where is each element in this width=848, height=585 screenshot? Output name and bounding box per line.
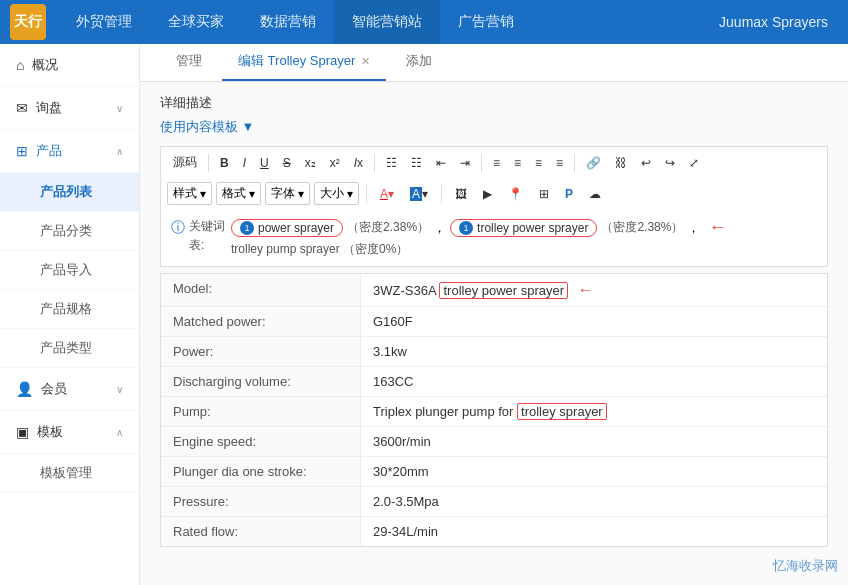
font-color-btn[interactable]: A▾ (374, 184, 400, 204)
undo-btn[interactable]: ↩ (635, 153, 657, 173)
style-arrow-icon: ▾ (200, 187, 206, 201)
watermark: 忆海收录网 (773, 557, 838, 575)
tab-add[interactable]: 添加 (390, 44, 448, 81)
sidebar-sub-product-import[interactable]: 产品导入 (0, 251, 139, 290)
italic-btn[interactable]: I (237, 153, 252, 173)
keyword-line-2: trolley pump sprayer （密度0%） (231, 241, 817, 258)
tab-edit-trolley[interactable]: 编辑 Trolley Sprayer ✕ (222, 44, 386, 81)
align-center-btn[interactable]: ≡ (508, 153, 527, 173)
spec-key-model: Model: (161, 274, 361, 306)
map-btn[interactable]: 📍 (502, 184, 529, 204)
editor-toolbar-row2: 样式 ▾ 格式 ▾ 字体 ▾ 大小 ▾ A▾ (160, 178, 828, 209)
spec-key-discharge: Discharging volume: (161, 367, 361, 396)
product-icon: ⊞ (16, 143, 28, 159)
format-dropdown[interactable]: 格式 ▾ (216, 182, 261, 205)
sep4 (574, 154, 575, 172)
keyword-content: 1 power sprayer （密度2.38%） ， 1 trolley po… (231, 217, 817, 258)
outdent-btn[interactable]: ⇤ (430, 153, 452, 173)
font-color-a: A▾ (380, 187, 394, 201)
keyword-density-2: （密度2.38%） (601, 219, 683, 236)
cloud-btn[interactable]: ☁ (583, 184, 607, 204)
spec-val-model: 3WZ-S36A trolley power sprayer ← (361, 274, 827, 306)
red-arrow-model: ← (578, 281, 594, 298)
sidebar-sub-product-spec[interactable]: 产品规格 (0, 290, 139, 329)
underline-btn[interactable]: U (254, 153, 275, 173)
ol-btn[interactable]: ☷ (380, 153, 403, 173)
spec-val-pressure: 2.0-3.5Mpa (361, 487, 827, 516)
clear-format-btn[interactable]: Ix (348, 153, 369, 173)
spec-val-power-matched: G160F (361, 307, 827, 336)
spec-key-power: Power: (161, 337, 361, 366)
link-btn[interactable]: 🔗 (580, 153, 607, 173)
font-dropdown[interactable]: 字体 ▾ (265, 182, 310, 205)
spec-highlight-pump: trolley sprayer (517, 403, 607, 420)
tab-close-button[interactable]: ✕ (361, 55, 370, 68)
superscript-btn[interactable]: x² (324, 153, 346, 173)
sidebar-item-template[interactable]: ▣ 模板 ∧ (0, 411, 139, 454)
keyword-info-icon: ⓘ (171, 219, 185, 237)
inquiry-arrow: ∨ (116, 103, 123, 114)
size-arrow-icon: ▾ (347, 187, 353, 201)
video-btn[interactable]: ▶ (477, 184, 498, 204)
keyword-text-2: trolley power sprayer (477, 221, 588, 235)
sidebar-sub-template-mgmt[interactable]: 模板管理 (0, 454, 139, 493)
keyword-sep: ， (433, 219, 446, 237)
table-row: Plunger dia one stroke: 30*20mm (161, 457, 827, 487)
bold-btn[interactable]: B (214, 153, 235, 173)
sidebar-item-member[interactable]: 👤 会员 ∨ (0, 368, 139, 411)
nav-item-datamkt[interactable]: 数据营销 (242, 0, 334, 44)
body-layout: ⌂ 概况 ✉ 询盘 ∨ ⊞ 产品 ∧ 产品列表 产品分类 产品导入 (0, 44, 848, 585)
bg-color-a: A▾ (410, 187, 428, 201)
align-justify-btn[interactable]: ≡ (550, 153, 569, 173)
sep1 (208, 154, 209, 172)
template-icon: ▣ (16, 424, 29, 440)
sub-tabs: 管理 编辑 Trolley Sprayer ✕ 添加 (140, 44, 848, 82)
keyword-text-1: power sprayer (258, 221, 334, 235)
sidebar-sub-product-list[interactable]: 产品列表 (0, 173, 139, 212)
table-row: Engine speed: 3600r/min (161, 427, 827, 457)
sep5 (366, 185, 367, 203)
align-right-btn[interactable]: ≡ (529, 153, 548, 173)
subscript-btn[interactable]: x₂ (299, 153, 322, 173)
nav-item-adsmkt[interactable]: 广告营销 (440, 0, 532, 44)
tab-manage[interactable]: 管理 (160, 44, 218, 81)
spec-val-power: 3.1kw (361, 337, 827, 366)
sidebar-sub-product-category[interactable]: 产品分类 (0, 212, 139, 251)
nav-item-waimao[interactable]: 外贸管理 (58, 0, 150, 44)
sidebar-item-overview[interactable]: ⌂ 概况 (0, 44, 139, 87)
fullscreen-btn[interactable]: ⤢ (683, 153, 705, 173)
spec-val-flow: 29-34L/min (361, 517, 827, 546)
strike-btn[interactable]: S (277, 153, 297, 173)
p-btn[interactable]: P (559, 184, 579, 204)
keyword-section: ⓘ 关键词表: 1 power sprayer （密度2.38%） ， 1 tr… (160, 209, 828, 267)
top-navigation: 天行 外贸管理 全球买家 数据营销 智能营销站 广告营销 Juumax Spra… (0, 0, 848, 44)
indent-btn[interactable]: ⇥ (454, 153, 476, 173)
keyword-density-1: （密度2.38%） (347, 219, 429, 236)
align-left-btn[interactable]: ≡ (487, 153, 506, 173)
redo-btn[interactable]: ↪ (659, 153, 681, 173)
spec-key-pressure: Pressure: (161, 487, 361, 516)
size-dropdown[interactable]: 大小 ▾ (314, 182, 359, 205)
source-btn[interactable]: 源码 (167, 151, 203, 174)
keyword-tag-2: 1 trolley power sprayer (450, 219, 597, 237)
style-dropdown[interactable]: 样式 ▾ (167, 182, 212, 205)
table-row: Matched power: G160F (161, 307, 827, 337)
bg-color-btn[interactable]: A▾ (404, 184, 434, 204)
sidebar-sub-product-type[interactable]: 产品类型 (0, 329, 139, 368)
sep2 (374, 154, 375, 172)
nav-item-smartmkt[interactable]: 智能营销站 (334, 0, 440, 44)
ul-btn[interactable]: ☷ (405, 153, 428, 173)
table-btn[interactable]: ⊞ (533, 184, 555, 204)
keyword-tag-1: 1 power sprayer (231, 219, 343, 237)
keyword-badge-2: 1 (459, 221, 473, 235)
nav-item-buyer[interactable]: 全球买家 (150, 0, 242, 44)
sidebar-item-inquiry[interactable]: ✉ 询盘 ∨ (0, 87, 139, 130)
unlink-btn[interactable]: ⛓ (609, 153, 633, 173)
member-arrow: ∨ (116, 384, 123, 395)
keyword-label: 关键词表: (189, 217, 225, 255)
img-btn[interactable]: 🖼 (449, 184, 473, 204)
template-link[interactable]: 使用内容模板 ▼ (160, 118, 828, 136)
spec-key-flow: Rated flow: (161, 517, 361, 546)
sidebar-item-product[interactable]: ⊞ 产品 ∧ (0, 130, 139, 173)
member-icon: 👤 (16, 381, 33, 397)
